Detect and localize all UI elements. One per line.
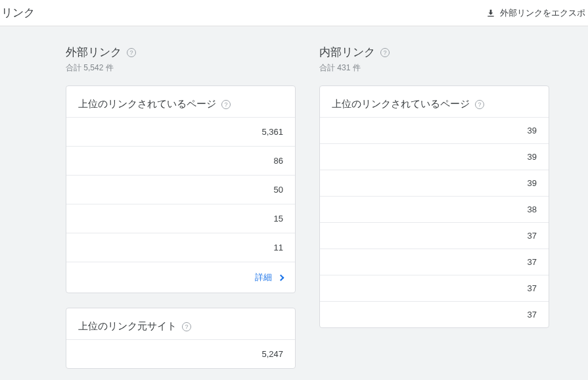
external-title-row: 外部リンク ? — [66, 45, 296, 60]
more-label: 詳細 — [255, 272, 272, 283]
export-external-links-button[interactable]: 外部リンクをエクスポ — [486, 7, 588, 19]
external-title: 外部リンク — [66, 45, 122, 60]
table-row[interactable]: 86 — [66, 146, 295, 175]
table-row[interactable]: 50 — [66, 175, 295, 204]
internal-top-pages-card: 上位のリンクされているページ ? 39 39 39 38 37 37 37 37 — [319, 85, 549, 328]
table-row[interactable]: 39 — [320, 170, 549, 196]
external-subtitle: 合計 5,542 件 — [66, 62, 296, 74]
internal-title-row: 内部リンク ? — [319, 45, 549, 60]
more-button[interactable]: 詳細 — [66, 262, 295, 293]
content-area: 外部リンク ? 合計 5,542 件 上位のリンクされているページ ? 5,36… — [0, 26, 588, 380]
table-row[interactable]: 11 — [66, 233, 295, 262]
help-icon[interactable]: ? — [127, 48, 136, 57]
help-icon[interactable]: ? — [475, 100, 484, 109]
internal-subtitle: 合計 431 件 — [319, 62, 549, 74]
table-row[interactable]: 15 — [66, 204, 295, 233]
table-row[interactable]: 5,247 — [66, 339, 295, 368]
card-title: 上位のリンクされているページ — [78, 98, 216, 110]
chevron-right-icon — [278, 274, 284, 281]
table-row[interactable]: 39 — [320, 143, 549, 170]
table-row[interactable]: 5,361 — [66, 117, 295, 146]
table-row[interactable]: 37 — [320, 222, 549, 249]
card-header: 上位のリンクされているページ ? — [66, 86, 295, 117]
table-row[interactable]: 37 — [320, 249, 549, 275]
page-title: リンク — [0, 5, 35, 20]
download-icon — [486, 8, 496, 18]
table-row[interactable]: 38 — [320, 196, 549, 222]
external-top-pages-card: 上位のリンクされているページ ? 5,361 86 50 15 11 詳細 — [66, 85, 296, 293]
card-header: 上位のリンク元サイト ? — [66, 308, 295, 339]
card-title: 上位のリンク元サイト — [78, 320, 177, 333]
internal-links-column: 内部リンク ? 合計 431 件 上位のリンクされているページ ? 39 39 … — [319, 45, 549, 380]
help-icon[interactable]: ? — [380, 48, 390, 57]
internal-title: 内部リンク — [319, 45, 375, 60]
table-row[interactable]: 37 — [320, 275, 549, 301]
table-row[interactable]: 39 — [320, 117, 549, 143]
card-title: 上位のリンクされているページ — [332, 98, 470, 110]
external-top-sites-card: 上位のリンク元サイト ? 5,247 — [66, 308, 296, 369]
card-header: 上位のリンクされているページ ? — [320, 86, 549, 117]
help-icon[interactable]: ? — [221, 100, 231, 109]
page-header: リンク 外部リンクをエクスポ — [0, 0, 588, 26]
export-label: 外部リンクをエクスポ — [500, 7, 585, 19]
table-row[interactable]: 37 — [320, 301, 549, 327]
external-links-column: 外部リンク ? 合計 5,542 件 上位のリンクされているページ ? 5,36… — [66, 45, 296, 380]
help-icon[interactable]: ? — [182, 322, 191, 331]
